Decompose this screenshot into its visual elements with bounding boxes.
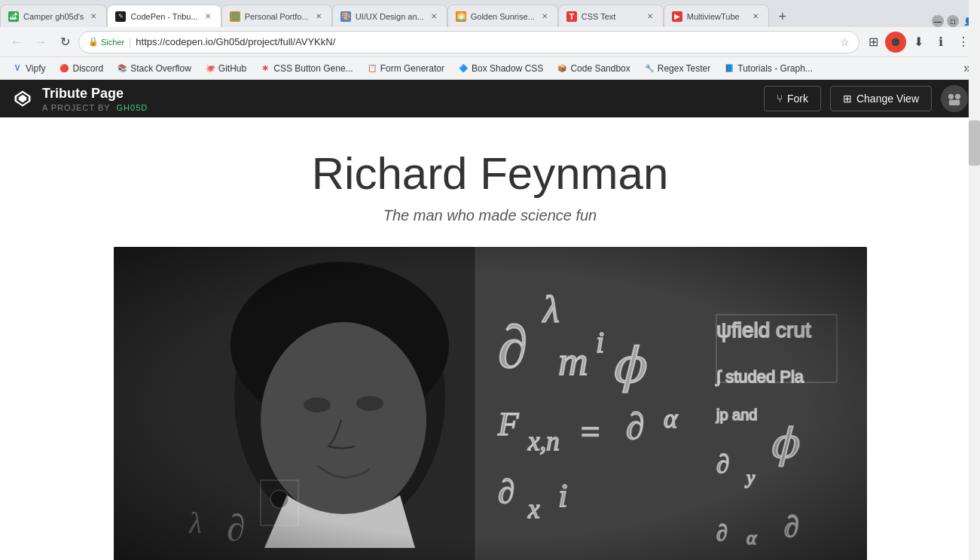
- scrollbar-thumb[interactable]: [969, 120, 980, 166]
- tab-codepen[interactable]: ✎ CodePen - Tribu... ✕: [107, 5, 221, 27]
- bookmark-boxshadow-favicon: 🔷: [458, 63, 469, 74]
- change-view-icon: ⊞: [843, 93, 852, 105]
- change-view-button[interactable]: ⊞ Change View: [830, 86, 932, 111]
- bookmark-cssbutton-favicon: ✱: [260, 63, 270, 74]
- codepen-project-info: Tribute Page A PROJECT BY Gh05d: [42, 86, 148, 112]
- tab-uiux-favicon: 🎨: [340, 11, 351, 22]
- bookmark-vipfy-label: Vipfy: [26, 63, 45, 74]
- feynman-image: ∂ λ m i ϕ F x,n = ∂ α: [114, 247, 867, 560]
- tab-portfolio[interactable]: 🌐 Personal Portfo... ✕: [221, 5, 332, 27]
- svg-point-2: [955, 94, 960, 99]
- nav-bar: ← → ↻ 🔒 Sicher | https://codepen.io/Gh05…: [0, 27, 980, 57]
- tab-uiux-label: UI/UX Design an...: [356, 12, 424, 21]
- bookmark-boxshadow[interactable]: 🔷 Box Shadow CSS: [452, 62, 549, 75]
- feynman-svg: ∂ λ m i ϕ F x,n = ∂ α: [114, 247, 867, 560]
- main-content: Richard Feynman The man who made science…: [0, 117, 980, 560]
- tab-multiview-favicon: ▶: [672, 11, 682, 22]
- refresh-button[interactable]: ↻: [54, 32, 75, 53]
- window-maximize[interactable]: □: [947, 15, 959, 27]
- tab-csstext-close[interactable]: ✕: [645, 11, 655, 22]
- tab-portfolio-label: Personal Portfo...: [245, 12, 309, 21]
- tab-portfolio-favicon: 🌐: [230, 11, 240, 22]
- bookmark-github[interactable]: 🐙 GitHub: [199, 62, 252, 75]
- tab-multiview-close[interactable]: ✕: [750, 11, 761, 22]
- address-separator: |: [129, 37, 131, 47]
- tab-bar: 🏕 Camper gh05d's ✕ ✎ CodePen - Tribu... …: [0, 0, 980, 27]
- codepen-logo: [12, 88, 33, 109]
- bookmark-vipfy[interactable]: V Vipfy: [6, 62, 51, 75]
- tab-golden[interactable]: 🌅 Golden Sunrise... ✕: [447, 5, 558, 27]
- page-subtitle: The man who made science fun: [383, 207, 597, 224]
- user-avatar[interactable]: [941, 85, 968, 112]
- bookmark-tutorials-label: Tutorials - Graph...: [737, 63, 813, 74]
- bookmarks-bar: V Vipfy 🔴 Discord 📚 Stack Overflow 🐙 Git…: [0, 57, 980, 80]
- codepen-subtitle: A PROJECT BY Gh05d: [42, 103, 148, 112]
- bookmark-stackoverflow-label: Stack Overflow: [130, 63, 191, 74]
- nav-extra-buttons: ⊞ ⏺ ⬇ ℹ ⋮: [862, 32, 974, 53]
- tab-camper-label: Camper gh05d's: [23, 12, 84, 21]
- bookmark-cssbutton-label: CSS Button Gene...: [273, 63, 353, 74]
- svg-point-0: [941, 85, 968, 112]
- tab-uiux[interactable]: 🎨 UI/UX Design an... ✕: [332, 5, 447, 27]
- svg-rect-39: [114, 247, 867, 560]
- bookmark-star-icon[interactable]: ☆: [840, 36, 850, 48]
- tab-golden-close[interactable]: ✕: [539, 11, 550, 22]
- bookmark-formgen[interactable]: 📋 Form Generator: [361, 62, 450, 75]
- bookmark-regex[interactable]: 🔧 Regex Tester: [638, 62, 716, 75]
- secure-indicator: 🔒 Sicher: [88, 37, 124, 47]
- bookmark-codesandbox-favicon: 📦: [557, 63, 567, 74]
- tab-csstext[interactable]: T CSS Text ✕: [558, 5, 664, 27]
- info-button[interactable]: ℹ: [930, 32, 951, 53]
- download-button[interactable]: ⬇: [908, 32, 929, 53]
- bookmark-stackoverflow[interactable]: 📚 Stack Overflow: [111, 62, 197, 75]
- bookmark-discord-label: Discord: [72, 63, 103, 74]
- bookmark-boxshadow-label: Box Shadow CSS: [472, 63, 543, 74]
- scrollbar-track: [969, 0, 980, 560]
- codepen-author: Gh05d: [117, 103, 148, 112]
- tab-multiview[interactable]: ▶ MultiviewTube ✕: [664, 5, 769, 27]
- extensions-button[interactable]: ⊞: [862, 32, 884, 53]
- bookmark-tutorials-favicon: 📘: [724, 63, 734, 74]
- new-tab-button[interactable]: +: [772, 6, 793, 27]
- tab-portfolio-close[interactable]: ✕: [313, 11, 324, 22]
- back-button[interactable]: ←: [6, 32, 27, 53]
- address-bar[interactable]: 🔒 Sicher | https://codepen.io/Gh05d/proj…: [78, 31, 859, 53]
- tab-csstext-favicon: T: [566, 11, 577, 22]
- bookmark-tutorials[interactable]: 📘 Tutorials - Graph...: [718, 62, 819, 75]
- window-minimize[interactable]: —: [932, 15, 944, 27]
- forward-button[interactable]: →: [30, 32, 51, 53]
- codepen-logo-icon: [12, 88, 33, 109]
- bookmark-formgen-favicon: 📋: [367, 63, 377, 74]
- tab-csstext-label: CSS Text: [582, 12, 640, 21]
- bookmark-cssbutton[interactable]: ✱ CSS Button Gene...: [254, 62, 359, 75]
- bookmark-formgen-label: Form Generator: [380, 63, 444, 74]
- svg-rect-3: [949, 100, 960, 105]
- tab-codepen-close[interactable]: ✕: [203, 11, 213, 22]
- page-title: Richard Feynman: [312, 148, 669, 199]
- tab-golden-label: Golden Sunrise...: [471, 12, 535, 21]
- fork-icon: ⑂: [777, 93, 783, 105]
- bookmark-codesandbox-label: Code Sandbox: [570, 63, 630, 74]
- bookmark-codesandbox[interactable]: 📦 Code Sandbox: [551, 62, 636, 75]
- fork-button[interactable]: ⑂ Fork: [764, 86, 821, 111]
- tab-camper-close[interactable]: ✕: [88, 11, 99, 22]
- tab-camper[interactable]: 🏕 Camper gh05d's ✕: [0, 5, 107, 27]
- bookmark-stackoverflow-favicon: 📚: [117, 63, 127, 74]
- tab-codepen-label: CodePen - Tribu...: [130, 12, 197, 21]
- codepen-header: Tribute Page A PROJECT BY Gh05d ⑂ Fork ⊞…: [0, 80, 980, 117]
- tab-golden-favicon: 🌅: [456, 11, 466, 22]
- tab-codepen-favicon: ✎: [115, 11, 126, 22]
- tab-multiview-label: MultiviewTube: [687, 12, 746, 21]
- tab-camper-favicon: 🏕: [8, 11, 19, 22]
- address-url: https://codepen.io/Gh05d/project/full/AV…: [136, 36, 835, 47]
- codepen-project-title: Tribute Page: [42, 86, 148, 102]
- svg-point-1: [948, 94, 954, 99]
- record-button[interactable]: ⏺: [885, 32, 906, 53]
- bookmark-regex-favicon: 🔧: [644, 63, 655, 74]
- bookmark-github-label: GitHub: [218, 63, 246, 74]
- bookmark-vipfy-favicon: V: [12, 63, 23, 74]
- bookmark-github-favicon: 🐙: [205, 63, 215, 74]
- bookmark-discord-favicon: 🔴: [59, 63, 69, 74]
- bookmark-discord[interactable]: 🔴 Discord: [53, 62, 109, 75]
- tab-uiux-close[interactable]: ✕: [429, 11, 439, 22]
